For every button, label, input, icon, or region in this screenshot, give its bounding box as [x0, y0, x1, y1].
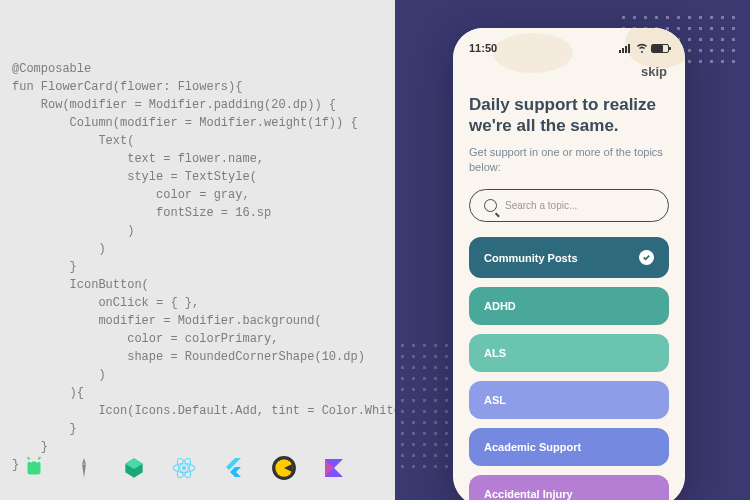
status-bar: 11:50	[469, 42, 669, 54]
topic-adhd[interactable]: ADHD	[469, 287, 669, 325]
topic-als[interactable]: ALS	[469, 334, 669, 372]
kotlin-icon	[320, 454, 348, 482]
topic-asl[interactable]: ASL	[469, 381, 669, 419]
dagger-icon	[70, 454, 98, 482]
phone-mockup: 11:50 skip Daily support to realize we'r…	[453, 28, 685, 500]
topic-label: Accidental Injury	[484, 488, 573, 500]
status-indicators	[619, 43, 669, 53]
topic-label: ADHD	[484, 300, 516, 312]
search-icon	[484, 199, 497, 212]
topic-label: Academic Support	[484, 441, 581, 453]
android-icon	[20, 454, 48, 482]
status-time: 11:50	[469, 42, 497, 54]
svg-rect-8	[622, 48, 624, 53]
showcase-panel: 11:50 skip Daily support to realize we'r…	[395, 0, 750, 500]
pacman-icon	[270, 454, 298, 482]
search-input[interactable]: Search a topic...	[469, 189, 669, 222]
wifi-icon	[636, 43, 648, 53]
tech-icons-row	[20, 454, 348, 482]
jetpack-icon	[120, 454, 148, 482]
check-icon	[639, 250, 654, 265]
code-snippet: @Composable fun FlowerCard(flower: Flowe…	[12, 60, 383, 474]
svg-rect-9	[625, 46, 627, 53]
skip-button[interactable]: skip	[641, 64, 667, 79]
svg-point-1	[36, 460, 38, 462]
signal-icon	[619, 43, 633, 53]
flutter-icon	[220, 454, 248, 482]
svg-rect-7	[619, 50, 621, 53]
battery-icon	[651, 44, 669, 53]
topic-community-posts[interactable]: Community Posts	[469, 237, 669, 278]
svg-rect-10	[628, 44, 630, 53]
svg-point-0	[30, 460, 32, 462]
code-panel: @Composable fun FlowerCard(flower: Flowe…	[0, 0, 395, 500]
page-subhead: Get support in one or more of the topics…	[469, 145, 669, 176]
search-placeholder: Search a topic...	[505, 200, 577, 211]
topic-label: Community Posts	[484, 252, 578, 264]
topic-accident[interactable]: Accidental Injury	[469, 475, 669, 500]
topic-academic-support[interactable]: Academic Support	[469, 428, 669, 466]
page-headline: Daily support to realize we're all the s…	[469, 94, 669, 137]
topic-label: ALS	[484, 347, 506, 359]
svg-point-2	[182, 466, 186, 470]
phone-screen: 11:50 skip Daily support to realize we'r…	[453, 28, 685, 500]
react-icon	[170, 454, 198, 482]
topic-label: ASL	[484, 394, 506, 406]
